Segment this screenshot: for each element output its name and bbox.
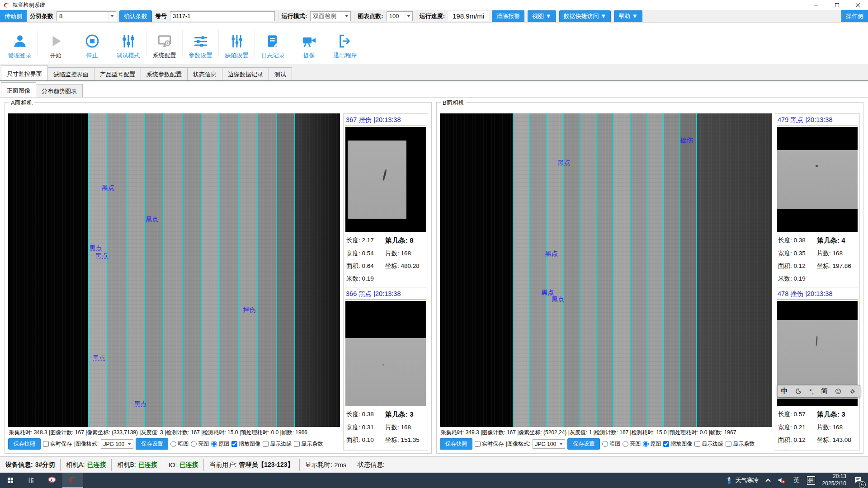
tool-defect-settings[interactable]: 缺陷设置 [219, 25, 255, 61]
defect-card[interactable]: 367 挫伤 |20:13:38长度: 2.17第几条: 8宽度: 0.54片数… [345, 115, 426, 285]
stat-cell: 宽度: 0.31 [346, 423, 385, 432]
language-indicator[interactable]: 英 [793, 476, 800, 484]
show-strip-count-checkbox[interactable] [294, 441, 300, 447]
dark-image-radio[interactable] [170, 441, 176, 447]
film-strip [647, 113, 664, 427]
tool-exit-program[interactable]: 退出程序 [327, 25, 363, 61]
show-strip-count-label: 显示条数 [733, 440, 755, 448]
tab-defect-monitor[interactable]: 缺陷监控界面 [47, 67, 94, 80]
show-edge-checkbox[interactable] [263, 441, 269, 447]
moon-icon[interactable] [795, 388, 802, 395]
tool-param-settings[interactable]: 参数设置 [183, 25, 218, 61]
image-format-select[interactable]: JPG 100 [101, 439, 133, 449]
ime-mode-indicator[interactable]: 拼 [807, 476, 815, 485]
defect-card[interactable]: 366 黑点 |20:13:38长度: 0.38第几条: 3宽度: 0.31片数… [345, 287, 426, 450]
defect-card-stats: 长度: 0.38第几条: 4宽度: 0.35片数: 168面积: 0.12坐标:… [777, 232, 858, 285]
volume-muted-icon[interactable] [777, 476, 786, 485]
clear-alarm-button[interactable]: 清除报警 [492, 10, 524, 22]
tool-system-config[interactable]: 系统配置 [146, 25, 182, 61]
ime-lang-chinese[interactable]: 中 [781, 387, 788, 395]
camera-image-a[interactable]: 黑点黑点黑点黑点挫伤黑点黑点 [8, 113, 340, 427]
quick-data-access-button[interactable]: 数据快捷访问 ▼ [559, 10, 611, 22]
subtab-front-image[interactable]: 正面图像 [1, 82, 36, 97]
tab-system-param-config[interactable]: 系统参数配置 [141, 67, 188, 80]
status-bar: 设备信息:3#分切相机A:已连接相机B:已连接IO:已连接当前用户:管理员【12… [0, 456, 868, 473]
tab-size-monitor[interactable]: 尺寸监控界面 [1, 66, 48, 80]
realtime-save-checkbox[interactable] [43, 441, 49, 447]
ime-simplified[interactable]: 简 [821, 387, 828, 395]
image-format-select[interactable]: JPG 100 [533, 439, 565, 449]
drive-side-button[interactable]: 传动侧 [0, 10, 27, 22]
confirm-count-button[interactable]: 确认条数 [119, 10, 152, 22]
tool-admin-login[interactable]: 管理登录 [2, 25, 38, 61]
notification-center-button[interactable]: 6 [854, 475, 863, 486]
defect-card-stats: 长度: 2.17第几条: 8宽度: 0.54片数: 168面积: 0.64坐标:… [345, 232, 426, 285]
ime-punctuation[interactable]: °, [809, 387, 814, 395]
stat-cell: 面积: 0.12 [778, 262, 817, 270]
status-label: 设备信息: [5, 461, 33, 469]
tool-debug-mode[interactable]: 调试模式 [110, 25, 146, 61]
tab-product-model-config[interactable]: 产品型号配置 [94, 67, 141, 80]
save-snapshot-button[interactable]: 保存快照 [8, 438, 41, 450]
minimize-button[interactable] [806, 0, 826, 10]
tool-label: 系统配置 [153, 52, 176, 60]
film-strip [239, 113, 257, 427]
snipping-tool-button[interactable] [42, 473, 62, 488]
original-image-radio[interactable] [211, 441, 217, 447]
tab-edge-data-record[interactable]: 边缘数据记录 [222, 67, 269, 80]
save-settings-button[interactable]: 保存设置 [567, 438, 600, 450]
taskbar-clock[interactable]: 20:13 2025/2/10 [822, 473, 846, 487]
show-edge-checkbox[interactable] [694, 441, 700, 447]
defect-card[interactable]: 479 黑点 |20:13:38长度: 0.38第几条: 4宽度: 0.35片数… [777, 115, 858, 285]
tray-expand-chevron-icon[interactable] [765, 479, 770, 483]
pinned-app-button[interactable] [21, 473, 42, 488]
original-image-radio[interactable] [643, 441, 649, 447]
camera-stats-line: 采集耗时: 349.3 |图像计数: 167 |像素坐标: (5202,24) … [440, 427, 772, 437]
tab-status-info[interactable]: 状态信息 [187, 67, 222, 80]
show-strip-count-checkbox[interactable] [726, 441, 731, 447]
app-logo-icon [3, 2, 10, 9]
show-edge-label: 显示边缘 [702, 440, 723, 448]
tab-test[interactable]: 测试 [269, 67, 292, 80]
realtime-save-checkbox[interactable] [475, 441, 481, 447]
app-logo-icon [68, 475, 77, 484]
chart-points-select[interactable]: 100 [387, 11, 413, 21]
strip-cut-line [630, 113, 631, 427]
film-strip [513, 113, 530, 427]
subtab-distribution-chart[interactable]: 分布趋势图表 [36, 84, 83, 97]
strip-cut-line [646, 113, 647, 427]
run-mode-select[interactable]: 双面检测 [310, 11, 351, 21]
bright-image-radio[interactable] [191, 441, 197, 447]
close-button[interactable] [847, 0, 868, 10]
tool-stop[interactable]: 停止 [74, 25, 110, 61]
camera-image-b[interactable]: 挫伤黑点黑点黑点黑点 [440, 113, 772, 427]
roll-no-input[interactable] [170, 11, 275, 21]
weather-indicator[interactable]: 天气寒冷 [725, 476, 759, 485]
zoom-image-checkbox[interactable] [231, 441, 237, 447]
tool-camera[interactable]: 摄像 [291, 25, 327, 61]
defect-label: 黑点 [146, 216, 159, 224]
defect-thumbnail [345, 127, 426, 232]
tool-label: 缺陷设置 [225, 52, 249, 60]
status-value: 已连接 [179, 461, 198, 469]
gear-icon[interactable] [849, 388, 856, 395]
dark-image-radio[interactable] [602, 441, 608, 447]
tool-log-record[interactable]: 日志记录 [255, 25, 291, 61]
save-snapshot-button[interactable]: 保存快照 [440, 438, 472, 450]
operate-side-button[interactable]: 操作侧 [841, 10, 868, 22]
emoji-icon[interactable] [835, 388, 842, 395]
tool-start[interactable]: 开始 [38, 25, 74, 61]
vision-app-taskbar-button[interactable] [62, 473, 83, 488]
maximize-button[interactable] [826, 0, 847, 10]
help-menu-button[interactable]: 帮助 ▼ [614, 10, 642, 22]
zoom-image-checkbox[interactable] [663, 441, 669, 447]
status-segment: 当前用户:管理员【123-123】 [204, 459, 299, 471]
defect-card[interactable]: 478 挫伤 |20:13:38长度: 0.57第几条: 3宽度: 0.21片数… [777, 287, 858, 450]
slit-count-select[interactable]: 8 [57, 11, 116, 21]
bright-image-radio[interactable] [623, 441, 628, 447]
start-button[interactable] [0, 473, 21, 488]
save-settings-button[interactable]: 保存设置 [136, 438, 168, 450]
status-value: 已连接 [138, 461, 157, 469]
tool-label: 调试模式 [117, 52, 140, 60]
view-menu-button[interactable]: 视图 ▼ [528, 10, 556, 22]
